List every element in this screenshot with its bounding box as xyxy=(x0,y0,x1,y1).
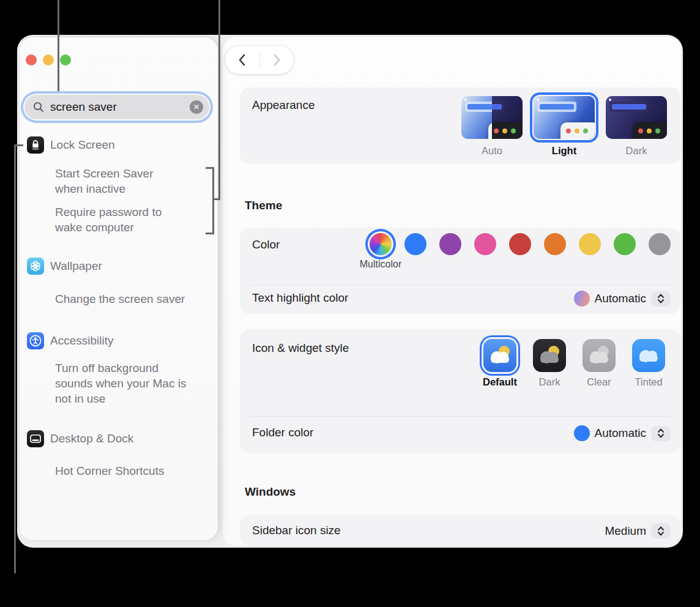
dark-style-icon xyxy=(533,339,566,372)
multicolor-swatch-selected[interactable] xyxy=(370,233,392,255)
search-result-start-screen-saver[interactable]: Start Screen Saver when inactive xyxy=(55,166,177,196)
windows-section-heading: Windows xyxy=(245,485,296,499)
accessibility-app-icon xyxy=(27,332,44,349)
pill-divider xyxy=(259,51,260,69)
appearance-row-label: Appearance xyxy=(252,99,315,112)
forward-button[interactable] xyxy=(272,53,281,67)
folder-color-dot xyxy=(574,425,590,441)
text-highlight-value: Automatic xyxy=(595,292,646,305)
sidebar-item-label: Desktop & Dock xyxy=(50,432,133,445)
appearance-option-dark[interactable]: Dark xyxy=(605,96,668,157)
accent-swatch-purple[interactable] xyxy=(439,233,461,255)
multicolor-label: Multicolor xyxy=(360,259,401,270)
window-controls xyxy=(26,54,71,65)
icon-style-dark[interactable]: Dark xyxy=(531,339,568,388)
accent-swatch-green[interactable] xyxy=(614,233,636,255)
icon-style-tinted[interactable]: Tinted xyxy=(630,339,667,388)
callout-bracket-spine xyxy=(212,167,214,234)
auto-thumbnail xyxy=(461,96,523,139)
row-divider xyxy=(251,285,669,285)
search-result-turn-off-background-sounds[interactable]: Turn off background sounds when your Mac… xyxy=(55,360,195,406)
desktop-dock-app-icon xyxy=(27,430,44,447)
appearance-card: Appearance Auto Light xyxy=(240,88,680,164)
search-result-change-screen-saver[interactable]: Change the screen saver xyxy=(55,291,205,307)
zoom-button[interactable] xyxy=(60,54,71,65)
folder-color-value: Automatic xyxy=(595,426,646,440)
sidebar-icon-size-popup[interactable]: Medium xyxy=(605,523,671,538)
icon-style-clear[interactable]: Clear xyxy=(581,339,617,388)
light-thumbnail-selected xyxy=(534,96,595,139)
default-style-label: Default xyxy=(483,376,517,388)
dark-label: Dark xyxy=(626,145,647,157)
icon-style-default[interactable]: Default xyxy=(482,339,518,388)
lock-screen-app-icon xyxy=(27,136,44,154)
light-label: Light xyxy=(552,145,576,157)
system-settings-window: screen saver ✕ Lock Screen Start Screen … xyxy=(17,35,683,548)
theme-card: Color Multicolor Text highlight color Au… xyxy=(240,228,680,314)
wallpaper-app-icon xyxy=(27,258,44,275)
tinted-style-label: Tinted xyxy=(635,376,662,388)
theme-section-heading: Theme xyxy=(245,199,282,212)
dark-thumbnail xyxy=(606,96,667,139)
accent-swatch-blue[interactable] xyxy=(404,233,426,255)
sidebar-icon-size-label: Sidebar icon size xyxy=(252,524,341,537)
icon-style-options: Default Dark Clear xyxy=(482,339,667,388)
text-highlight-row-label: Text highlight color xyxy=(252,291,348,305)
screenshot-stage: screen saver ✕ Lock Screen Start Screen … xyxy=(0,0,700,607)
close-button[interactable] xyxy=(26,54,37,65)
callout-line-search-field xyxy=(58,0,59,91)
row-divider xyxy=(251,416,669,417)
sidebar-item-accessibility[interactable]: Accessibility xyxy=(27,332,113,349)
color-row-label: Color xyxy=(252,238,280,251)
minimize-button[interactable] xyxy=(43,54,54,65)
callout-bracket-bottom-tick xyxy=(206,233,214,234)
appearance-option-auto[interactable]: Auto xyxy=(460,96,524,157)
dark-style-label: Dark xyxy=(539,376,560,388)
accent-swatch-orange[interactable] xyxy=(544,233,566,255)
icon-style-row-label: Icon & widget style xyxy=(252,341,349,355)
search-field[interactable]: screen saver ✕ xyxy=(24,95,209,119)
accent-swatch-pink[interactable] xyxy=(474,233,496,255)
sidebar-icon-size-value: Medium xyxy=(605,524,646,538)
popup-stepper-icon[interactable] xyxy=(651,426,671,441)
folder-color-popup[interactable]: Automatic xyxy=(574,425,671,441)
search-result-require-password[interactable]: Require password to wake computer xyxy=(55,204,185,235)
popup-stepper-icon[interactable] xyxy=(651,291,671,307)
sidebar-item-lock-screen[interactable]: Lock Screen xyxy=(27,136,115,154)
callout-bracket-top-tick xyxy=(206,167,214,169)
sidebar-item-wallpaper[interactable]: Wallpaper xyxy=(27,258,102,275)
clear-style-label: Clear xyxy=(587,376,611,388)
icon-style-card: Icon & widget style Default Dark xyxy=(240,329,680,453)
magnifier-icon xyxy=(32,101,45,113)
tinted-style-icon xyxy=(632,339,665,372)
callout-line-search-results xyxy=(218,0,220,200)
accent-swatch-yellow[interactable] xyxy=(579,233,601,255)
back-button[interactable] xyxy=(237,53,247,67)
sidebar-icon-size-card: Sidebar icon size Medium xyxy=(240,515,680,546)
accent-swatch-gray[interactable] xyxy=(649,233,671,255)
folder-color-row-label: Folder color xyxy=(252,426,313,439)
appearance-options: Auto Light Dark xyxy=(460,96,668,157)
callout-line-lock-screen-spine xyxy=(14,144,16,573)
search-result-hot-corner-shortcuts[interactable]: Hot Corner Shortcuts xyxy=(55,463,205,479)
sidebar-item-label: Accessibility xyxy=(50,334,113,348)
sidebar-item-desktop-dock[interactable]: Desktop & Dock xyxy=(27,430,133,447)
accent-swatch-red[interactable] xyxy=(509,233,531,255)
appearance-option-light[interactable]: Light xyxy=(532,96,596,157)
clear-style-icon xyxy=(583,339,616,372)
settings-sidebar: screen saver ✕ Lock Screen Start Screen … xyxy=(20,37,218,540)
sidebar-item-label: Lock Screen xyxy=(50,138,115,152)
text-highlight-popup[interactable]: Automatic xyxy=(574,291,671,307)
search-input-value[interactable]: screen saver xyxy=(50,100,190,114)
popup-stepper-icon[interactable] xyxy=(651,523,671,538)
auto-label: Auto xyxy=(482,145,502,157)
default-style-icon xyxy=(483,339,516,372)
highlight-color-dot xyxy=(574,291,590,307)
navigation-pill xyxy=(225,46,294,74)
clear-x-icon[interactable]: ✕ xyxy=(190,100,203,114)
sidebar-item-label: Wallpaper xyxy=(50,259,102,273)
